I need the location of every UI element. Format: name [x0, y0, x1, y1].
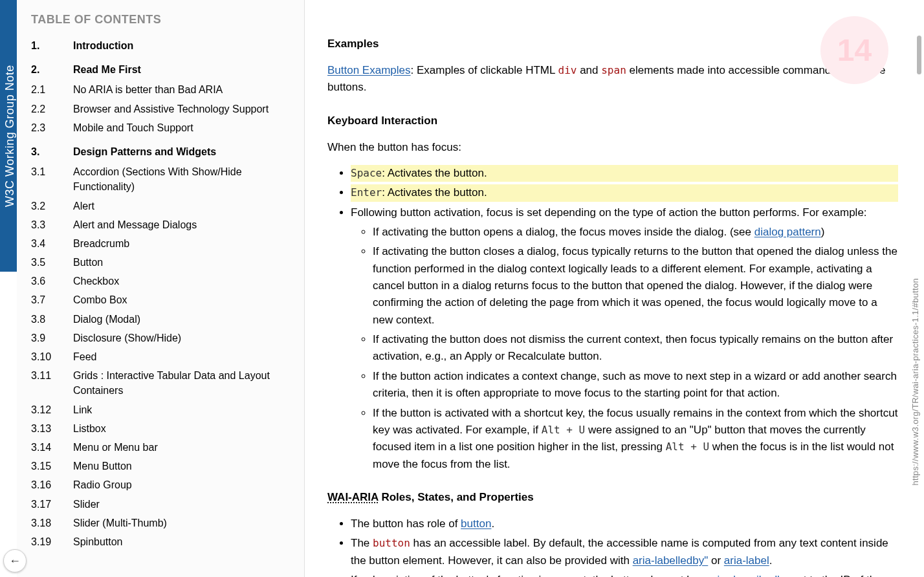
toc-item[interactable]: 3.Design Patterns and Widgets [31, 144, 292, 159]
aria-labelledby-link[interactable]: aria-labelledby" [633, 554, 709, 567]
list-item: The button has an accessible label. By d… [351, 535, 898, 569]
toc-label: Radio Group [73, 477, 292, 492]
code-button: button [373, 537, 410, 549]
aria-label-link[interactable]: aria-label [724, 554, 769, 567]
examples-paragraph: Button Examples: Examples of clickable H… [327, 62, 898, 96]
toc-item[interactable]: 3.19Spinbutton [31, 534, 292, 549]
list-item: If a description of the button's functio… [351, 572, 898, 577]
toc-label: Read Me First [73, 62, 292, 77]
toc-label: Menu Button [73, 459, 292, 474]
toc-label: Grids : Interactive Tabular Data and Lay… [73, 368, 292, 398]
toc-label: Spinbutton [73, 534, 292, 549]
toc-item[interactable]: 2.Read Me First [31, 62, 292, 77]
toc-number: 3.5 [31, 255, 73, 270]
toc-item[interactable]: 3.2Alert [31, 199, 292, 213]
toc-label: Link [73, 402, 292, 417]
list-item: Enter: Activates the button. [351, 184, 898, 201]
toc-number: 3.2 [31, 199, 73, 213]
toc-title: TABLE OF CONTENTS [31, 13, 292, 27]
scrollbar-thumb[interactable] [917, 36, 921, 74]
toc-number: 3.7 [31, 292, 73, 307]
keyboard-heading: Keyboard Interaction [327, 114, 898, 127]
toc-label: Disclosure (Show/Hide) [73, 331, 292, 345]
toc-number: 3.11 [31, 368, 73, 383]
toc-item[interactable]: 3.1Accordion (Sections With Show/Hide Fu… [31, 164, 292, 194]
toc-item[interactable]: 3.11Grids : Interactive Tabular Data and… [31, 368, 292, 398]
toc-number: 3.12 [31, 402, 73, 417]
toc-label: Combo Box [73, 292, 292, 307]
toc-label: Breadcrumb [73, 236, 292, 251]
toc-number: 3.8 [31, 312, 73, 327]
toc-item[interactable]: 2.2Browser and Assistive Technology Supp… [31, 102, 292, 116]
toc-item[interactable]: 1.Introduction [31, 38, 292, 53]
toc-number: 3.1 [31, 164, 73, 179]
toc-label: Dialog (Modal) [73, 312, 292, 327]
toc-number: 3.14 [31, 440, 73, 455]
toc-item[interactable]: 3.15Menu Button [31, 459, 292, 474]
toc-number: 3.3 [31, 217, 73, 232]
keyboard-intro: When the button has focus: [327, 139, 898, 156]
toc-number: 3.18 [31, 516, 73, 530]
toc-item[interactable]: 2.1No ARIA is better than Bad ARIA [31, 82, 292, 97]
toc-number: 2. [31, 62, 73, 77]
toc-label: Browser and Assistive Technology Support [73, 102, 292, 116]
toc-item[interactable]: 3.14Menu or Menu bar [31, 440, 292, 455]
toc-number: 3.10 [31, 349, 73, 364]
list-item: If activating the button closes a dialog… [373, 243, 898, 329]
toc-item[interactable]: 3.5Button [31, 255, 292, 270]
aria-describedby-link[interactable]: aria-describedby [707, 574, 789, 577]
toc-item[interactable]: 3.18Slider (Multi-Thumb) [31, 516, 292, 530]
toc-number: 2.2 [31, 102, 73, 116]
toc-label: Accordion (Sections With Show/Hide Funct… [73, 164, 292, 194]
side-rail: W3C Working Group Note [0, 0, 17, 272]
toc-item[interactable]: 3.13Listbox [31, 421, 292, 436]
wai-aria-abbr: WAI-ARIA [327, 491, 379, 503]
toc-sidebar: TABLE OF CONTENTS 1.Introduction2.Read M… [17, 0, 305, 577]
list-item: If activating the button does not dismis… [373, 331, 898, 365]
toc-number: 3.17 [31, 497, 73, 512]
toc-item[interactable]: 3.16Radio Group [31, 477, 292, 492]
toc-number: 3. [31, 144, 73, 159]
toc-item[interactable]: 3.17Slider [31, 497, 292, 512]
toc-label: Alert [73, 199, 292, 213]
kbd-enter: Enter [351, 186, 382, 199]
toc-item[interactable]: 3.8Dialog (Modal) [31, 312, 292, 327]
toc-item[interactable]: 3.12Link [31, 402, 292, 417]
toc-label: Feed [73, 349, 292, 364]
toc-label: Button [73, 255, 292, 270]
collapse-sidebar-button[interactable]: ← [3, 549, 27, 572]
toc-number: 3.13 [31, 421, 73, 436]
list-item: Space: Activates the button. [351, 165, 898, 182]
toc-label: Listbox [73, 421, 292, 436]
toc-number: 3.15 [31, 459, 73, 474]
toc-item[interactable]: 3.6Checkbox [31, 274, 292, 288]
toc-label: Slider (Multi-Thumb) [73, 516, 292, 530]
dialog-pattern-link[interactable]: dialog pattern [754, 226, 821, 238]
toc-label: Checkbox [73, 274, 292, 288]
toc-label: Introduction [73, 38, 292, 53]
toc-number: 1. [31, 38, 73, 53]
button-examples-link[interactable]: Button Examples [327, 64, 411, 76]
list-item: If the button action indicates a context… [373, 368, 898, 402]
list-item: If the button is activated with a shortc… [373, 405, 898, 473]
page-badge: 14 [820, 16, 888, 84]
examples-heading: Examples [327, 38, 898, 50]
toc-number: 3.6 [31, 274, 73, 288]
toc-label: No ARIA is better than Bad ARIA [73, 82, 292, 97]
toc-number: 3.16 [31, 477, 73, 492]
toc-number: 2.3 [31, 120, 73, 135]
toc-item[interactable]: 3.10Feed [31, 349, 292, 364]
toc-item[interactable]: 3.3Alert and Message Dialogs [31, 217, 292, 232]
list-item: The button has role of button. [351, 516, 898, 532]
button-role-link[interactable]: button [461, 517, 491, 530]
list-item: If activating the button opens a dialog,… [373, 224, 898, 241]
toc-item[interactable]: 3.4Breadcrumb [31, 236, 292, 251]
toc-label: Mobile and Touch Support [73, 120, 292, 135]
toc-item[interactable]: 3.7Combo Box [31, 292, 292, 307]
toc-number: 3.9 [31, 331, 73, 345]
source-url: https://www.w3.org/TR/wai-aria-practices… [910, 278, 920, 486]
rsp-list: The button has role of button. The butto… [327, 516, 898, 577]
toc-item[interactable]: 2.3Mobile and Touch Support [31, 120, 292, 135]
main-content: 14 https://www.w3.org/TR/wai-aria-practi… [305, 0, 924, 577]
toc-item[interactable]: 3.9Disclosure (Show/Hide) [31, 331, 292, 345]
